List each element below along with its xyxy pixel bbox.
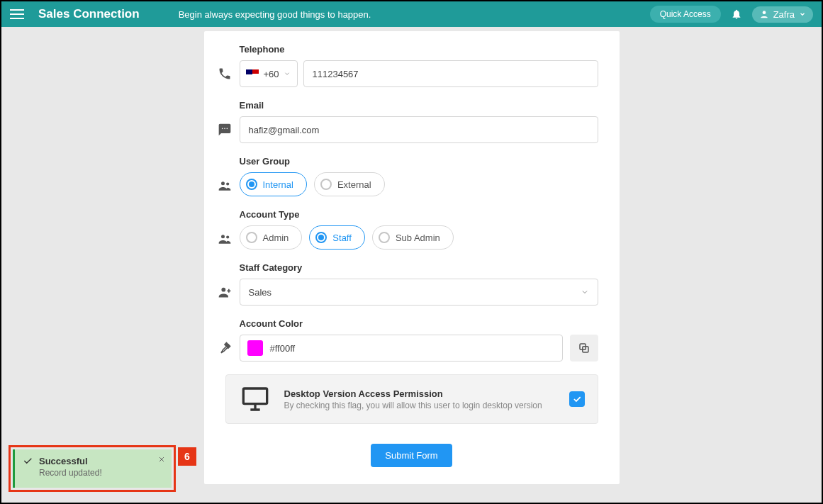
copy-icon bbox=[578, 342, 590, 354]
color-swatch bbox=[247, 340, 263, 356]
message-icon bbox=[218, 123, 232, 137]
eyedropper-icon bbox=[218, 341, 232, 355]
radio-staff[interactable]: Staff bbox=[309, 225, 365, 250]
group-icon bbox=[218, 232, 232, 246]
toast-highlight: Successful Record updated! 6 bbox=[9, 445, 176, 492]
radio-internal[interactable]: Internal bbox=[240, 172, 307, 196]
check-icon bbox=[22, 455, 33, 466]
telephone-label: Telephone bbox=[240, 44, 598, 55]
svg-point-6 bbox=[221, 235, 225, 238]
check-icon bbox=[572, 394, 582, 404]
group-icon bbox=[218, 179, 232, 193]
radio-dot-icon bbox=[246, 232, 257, 243]
chevron-down-icon bbox=[581, 288, 589, 296]
svg-point-5 bbox=[226, 182, 229, 185]
callout-number: 6 bbox=[178, 447, 196, 466]
permission-checkbox[interactable] bbox=[569, 391, 585, 407]
chevron-down-icon bbox=[799, 11, 806, 18]
country-code-value: +60 bbox=[263, 69, 279, 79]
svg-point-7 bbox=[226, 235, 229, 238]
bell-icon[interactable] bbox=[731, 9, 742, 20]
user-name: Zafra bbox=[773, 9, 795, 20]
svg-point-2 bbox=[224, 128, 225, 130]
chevron-down-icon bbox=[284, 70, 291, 77]
email-label: Email bbox=[240, 100, 598, 111]
telephone-input[interactable] bbox=[303, 60, 598, 87]
radio-dot-icon bbox=[320, 179, 332, 190]
account-color-label: Account Color bbox=[240, 318, 598, 329]
color-input[interactable]: #ff00ff bbox=[240, 335, 563, 362]
svg-point-8 bbox=[221, 288, 225, 292]
account-type-label: Account Type bbox=[240, 209, 598, 220]
monitor-icon bbox=[239, 385, 271, 413]
copy-button[interactable] bbox=[570, 335, 598, 362]
tagline-text: Begin always expecting good things to ha… bbox=[179, 9, 371, 20]
svg-rect-11 bbox=[243, 388, 267, 404]
country-code-select[interactable]: +60 bbox=[240, 60, 298, 87]
toast-title: Successful bbox=[39, 456, 88, 466]
form-card: Telephone +60 Email Us bbox=[204, 31, 620, 484]
person-add-icon bbox=[218, 285, 232, 299]
radio-sub-admin[interactable]: Sub Admin bbox=[372, 225, 454, 250]
permission-title: Desktop Version Access Permission bbox=[284, 388, 542, 399]
top-bar: Sales Connection Begin always expecting … bbox=[1, 1, 822, 27]
toast: Successful Record updated! bbox=[13, 449, 172, 488]
toast-message: Record updated! bbox=[39, 468, 164, 478]
submit-button[interactable]: Submit Form bbox=[371, 444, 452, 467]
quick-access-button[interactable]: Quick Access bbox=[650, 6, 721, 23]
radio-admin[interactable]: Admin bbox=[240, 225, 303, 250]
flag-icon bbox=[246, 69, 259, 78]
avatar-icon bbox=[759, 9, 769, 19]
radio-dot-icon bbox=[379, 232, 390, 243]
permission-box: Desktop Version Access Permission By che… bbox=[225, 374, 598, 424]
phone-icon bbox=[218, 67, 232, 81]
permission-desc: By checking this flag, you will allow th… bbox=[284, 401, 542, 410]
menu-icon[interactable] bbox=[10, 9, 24, 19]
radio-dot-icon bbox=[246, 179, 257, 190]
svg-point-3 bbox=[226, 128, 228, 130]
radio-dot-icon bbox=[315, 232, 327, 243]
user-menu[interactable]: Zafra bbox=[752, 6, 813, 23]
close-icon[interactable] bbox=[157, 455, 166, 464]
user-group-label: User Group bbox=[240, 156, 598, 167]
staff-category-value: Sales bbox=[249, 287, 272, 298]
svg-point-4 bbox=[221, 181, 225, 185]
svg-point-0 bbox=[762, 11, 766, 14]
brand-title: Sales Connection bbox=[38, 7, 140, 21]
user-group-radios: Internal External bbox=[240, 172, 598, 196]
staff-category-label: Staff Category bbox=[240, 262, 598, 273]
radio-external[interactable]: External bbox=[314, 172, 385, 196]
account-type-radios: Admin Staff Sub Admin bbox=[240, 225, 598, 250]
email-input[interactable] bbox=[240, 116, 598, 143]
color-value: #ff00ff bbox=[270, 343, 296, 354]
staff-category-select[interactable]: Sales bbox=[240, 279, 598, 306]
svg-point-1 bbox=[221, 128, 223, 130]
